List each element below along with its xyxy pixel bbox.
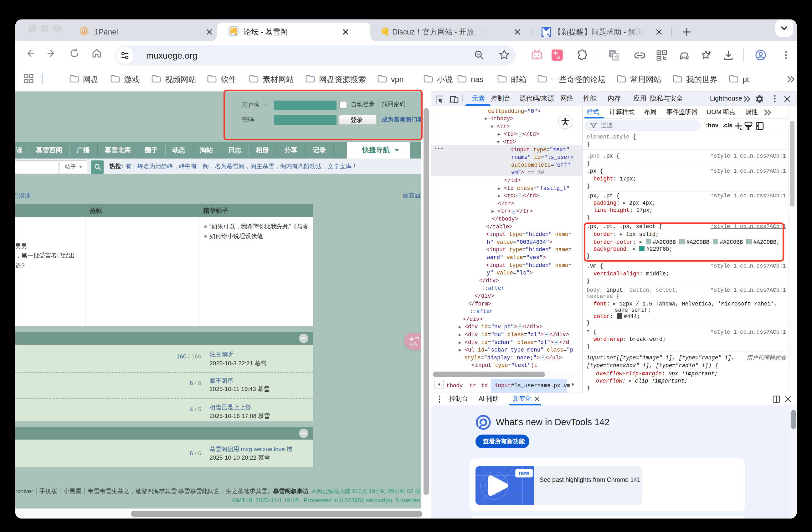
svg-text:A: A	[414, 341, 417, 347]
svg-text:文: 文	[614, 55, 619, 60]
svg-text:1: 1	[83, 29, 85, 33]
svg-text:A: A	[557, 55, 560, 60]
